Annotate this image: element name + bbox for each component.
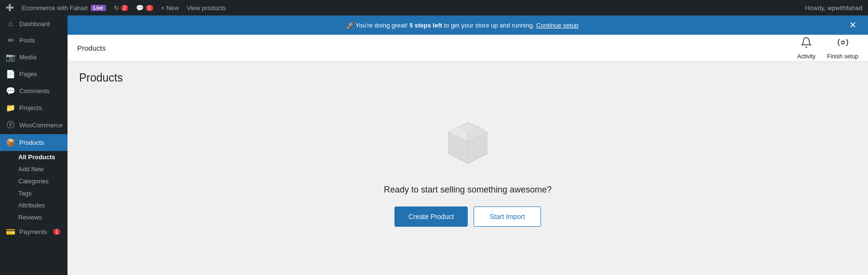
site-name[interactable]: Ecommerce with Fahad Live xyxy=(22,4,106,12)
page-title: Products xyxy=(79,71,856,84)
sidebar-label-media: Media xyxy=(19,54,36,61)
updates-item[interactable]: ↻ 2 xyxy=(114,4,129,12)
sidebar-item-comments[interactable]: 💬 Comments xyxy=(0,82,68,99)
empty-state-icon xyxy=(439,115,497,175)
sidebar-label-payments: Payments xyxy=(19,228,47,235)
pages-icon: 📄 xyxy=(6,69,15,79)
woocommerce-icon: Ⓨ xyxy=(6,120,15,130)
wp-logo-icon[interactable]: ✚ xyxy=(6,2,14,14)
media-icon: 📷 xyxy=(6,53,15,62)
finish-setup-label: Finish setup xyxy=(827,53,858,60)
submenu-categories[interactable]: Categories xyxy=(0,175,68,187)
sidebar-item-projects[interactable]: 📁 Projects xyxy=(0,99,68,116)
sidebar-label-dashboard: Dashboard xyxy=(19,20,50,28)
page-body: Products xyxy=(68,62,868,275)
admin-bar: ✚ Ecommerce with Fahad Live ↻ 2 💬 0 + Ne… xyxy=(0,0,868,15)
empty-state-heading: Ready to start selling something awesome… xyxy=(384,185,552,195)
activity-icon xyxy=(800,37,812,51)
activity-button[interactable]: Activity xyxy=(797,37,815,60)
comment-icon: 💬 xyxy=(136,4,144,12)
svg-point-0 xyxy=(841,41,844,44)
empty-state: Ready to start selling something awesome… xyxy=(79,96,856,246)
finish-setup-icon xyxy=(837,37,849,51)
page-header-title: Products xyxy=(77,44,106,52)
sidebar-label-products: Products xyxy=(19,139,44,146)
update-count: 2 xyxy=(121,5,129,11)
notice-text-pre: You're doing great! xyxy=(355,22,407,29)
site-name-text: Ecommerce with Fahad xyxy=(22,4,88,12)
projects-icon: 📁 xyxy=(6,103,15,112)
submenu-reviews[interactable]: Reviews xyxy=(0,211,68,223)
layout: ⌂ Dashboard ✏ Posts 📷 Media 📄 Pages 💬 Co… xyxy=(0,15,868,275)
sidebar-label-pages: Pages xyxy=(19,70,37,78)
sidebar-item-pages[interactable]: 📄 Pages xyxy=(0,66,68,82)
update-icon: ↻ xyxy=(114,4,119,12)
page-header: Products Activity xyxy=(68,35,868,62)
submenu-add-new[interactable]: Add New xyxy=(0,163,68,175)
payments-badge: 1 xyxy=(53,229,61,235)
notice-text-post: to get your store up and running. xyxy=(444,22,536,29)
finish-setup-button[interactable]: Finish setup xyxy=(827,37,858,60)
sidebar-label-comments: Comments xyxy=(19,87,50,95)
payments-icon: 💳 xyxy=(6,227,15,236)
header-actions: Activity Finish setup xyxy=(797,37,858,60)
notice-continue-link[interactable]: Continue setup xyxy=(536,22,578,29)
submenu-attributes[interactable]: Attributes xyxy=(0,199,68,211)
notice-steps: 5 steps left xyxy=(409,22,442,29)
sidebar-item-posts[interactable]: ✏ Posts xyxy=(0,32,68,49)
comments-item[interactable]: 💬 0 xyxy=(136,4,153,12)
notice-bar: 🚀 You're doing great! 5 steps left to ge… xyxy=(68,15,868,35)
activity-label: Activity xyxy=(797,53,815,60)
new-item[interactable]: + New xyxy=(161,4,179,12)
comment-count: 0 xyxy=(146,5,153,11)
comments-icon: 💬 xyxy=(6,86,15,96)
sidebar-label-projects: Projects xyxy=(19,104,42,111)
sidebar-item-dashboard[interactable]: ⌂ Dashboard xyxy=(0,15,68,32)
notice-close-button[interactable]: ✕ xyxy=(847,20,858,30)
posts-icon: ✏ xyxy=(6,36,15,45)
sidebar-item-media[interactable]: 📷 Media xyxy=(0,49,68,66)
sidebar-item-woocommerce[interactable]: Ⓨ WooCommerce xyxy=(0,116,68,134)
live-badge: Live xyxy=(91,5,106,11)
start-import-button[interactable]: Start Import xyxy=(474,206,541,227)
howdy-text: Howdy, wpwithfahad xyxy=(805,4,862,12)
dashboard-icon: ⌂ xyxy=(6,19,15,28)
sidebar-label-posts: Posts xyxy=(19,37,35,44)
products-submenu: All Products Add New Categories Tags Att… xyxy=(0,151,68,223)
create-product-button[interactable]: Create Product xyxy=(394,206,468,227)
notice-content: 🚀 You're doing great! 5 steps left to ge… xyxy=(77,22,847,29)
view-products-link[interactable]: View products xyxy=(187,4,226,12)
notice-emoji: 🚀 xyxy=(346,22,355,29)
main-content: 🚀 You're doing great! 5 steps left to ge… xyxy=(68,15,868,275)
sidebar-item-products[interactable]: 📦 Products xyxy=(0,134,68,151)
submenu-tags[interactable]: Tags xyxy=(0,187,68,199)
sidebar-item-payments[interactable]: 💳 Payments 1 xyxy=(0,223,68,240)
products-icon: 📦 xyxy=(6,138,15,147)
empty-state-actions: Create Product Start Import xyxy=(394,206,541,227)
submenu-all-products[interactable]: All Products xyxy=(0,151,68,163)
sidebar-label-woocommerce: WooCommerce xyxy=(19,122,63,129)
sidebar: ⌂ Dashboard ✏ Posts 📷 Media 📄 Pages 💬 Co… xyxy=(0,15,68,275)
